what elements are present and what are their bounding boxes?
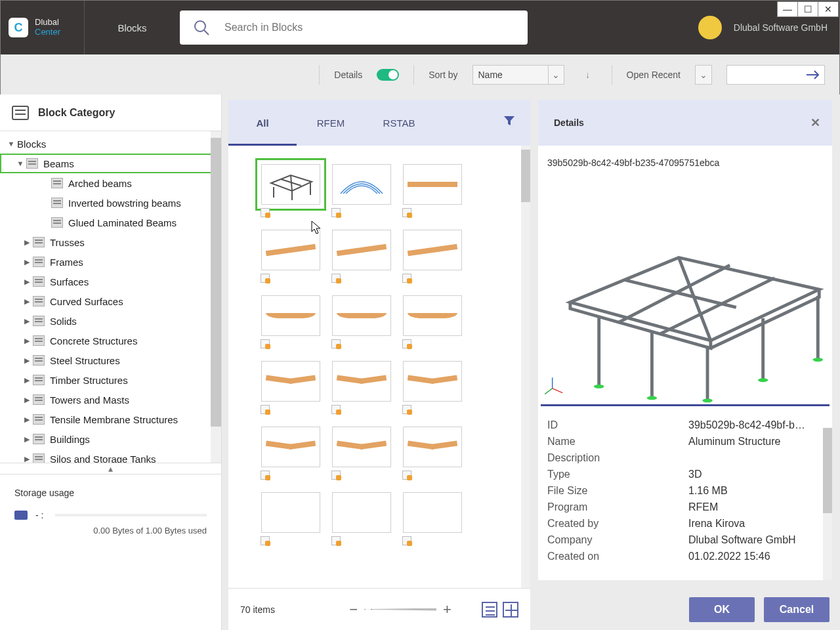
program-badge-icon [331, 208, 341, 217]
svg-point-18 [702, 398, 713, 402]
arrow-right-icon [806, 70, 820, 79]
open-recent-dropdown[interactable]: ⌄ [695, 65, 712, 85]
company-label: Dlubal Software GmbH [734, 22, 828, 33]
tree-item[interactable]: ▶Trusses [0, 232, 221, 252]
brand-sub: Center [35, 28, 60, 37]
program-badge-icon [402, 339, 411, 348]
gallery-card[interactable] [332, 164, 391, 205]
gallery-card[interactable] [403, 492, 462, 533]
gallery-card[interactable] [332, 492, 391, 533]
program-badge-icon [261, 405, 270, 414]
view-grid[interactable] [503, 602, 518, 618]
gallery-card[interactable] [403, 361, 462, 402]
gallery-card[interactable] [332, 427, 391, 467]
program-badge-icon [402, 274, 411, 283]
svg-point-17 [647, 396, 658, 400]
nav-blocks[interactable]: Blocks [85, 1, 180, 54]
gallery-card[interactable] [403, 230, 462, 270]
storage-dash: - : [35, 510, 43, 520]
zoom-in[interactable]: + [443, 601, 452, 618]
cancel-button[interactable]: Cancel [764, 597, 830, 622]
svg-point-0 [195, 21, 205, 32]
tree-item[interactable]: Arched beams [0, 173, 221, 193]
detail-row: File Size1.16 MB [547, 482, 823, 499]
brand: Dlubal [35, 18, 60, 28]
tree-item[interactable]: ▶Silos and Storage Tanks [0, 449, 221, 463]
disk-icon [14, 511, 28, 520]
collapse-handle[interactable]: ▴ [0, 463, 221, 474]
detail-row: NameAluminum Structure [547, 433, 823, 450]
tab-rstab[interactable]: RSTAB [365, 117, 433, 129]
program-badge-icon [402, 471, 411, 480]
gallery-card[interactable] [403, 295, 462, 336]
zoom-out[interactable]: − [349, 601, 358, 618]
tree-item[interactable]: ▶Curved Surfaces [0, 291, 221, 311]
program-badge-icon [402, 405, 411, 414]
filter-icon[interactable] [503, 114, 516, 129]
program-badge-icon [331, 536, 341, 545]
category-icon [12, 106, 29, 120]
gallery-card[interactable] [332, 361, 391, 402]
details-header: Details ✕ [538, 100, 832, 146]
tree-item[interactable]: ▶Frames [0, 252, 221, 272]
window-maximize[interactable]: ☐ [797, 1, 818, 17]
gallery-card[interactable] [261, 427, 320, 467]
gallery-scrollbar[interactable] [521, 146, 530, 588]
tree-item[interactable]: ▶Surfaces [0, 272, 221, 291]
chevron-down-icon: ⌄ [696, 66, 711, 84]
tree-item[interactable]: Glued Laminated Beams [0, 213, 221, 232]
gallery-card[interactable] [261, 164, 320, 205]
search-input[interactable] [224, 22, 514, 33]
search-box[interactable] [180, 10, 528, 45]
tree-item[interactable]: ▶Tensile Membrane Structures [0, 410, 221, 429]
sort-direction[interactable]: ↓ [579, 65, 597, 85]
open-recent-label: Open Recent [627, 70, 681, 80]
program-badge-icon [261, 274, 270, 283]
app-logo: C Dlubal Center [1, 1, 85, 54]
open-recent-go[interactable] [726, 65, 825, 85]
tree-item[interactable]: Inverted bowstring beams [0, 193, 221, 213]
gallery-card[interactable] [403, 164, 462, 205]
sort-value: Name [478, 70, 503, 80]
tab-all[interactable]: All [228, 117, 297, 129]
detail-row: Created byIrena Kirova [547, 515, 823, 532]
sortby-label: Sort by [429, 70, 457, 80]
gallery-card[interactable] [261, 295, 320, 336]
view-list[interactable] [482, 602, 497, 618]
tree-item[interactable]: ▼Beams [0, 154, 221, 173]
svg-line-23 [545, 388, 553, 394]
sort-combo[interactable]: Name ⌄ [472, 65, 564, 85]
gallery-card[interactable] [261, 361, 320, 402]
gallery-card[interactable] [332, 230, 391, 270]
close-icon[interactable]: ✕ [810, 116, 820, 130]
tree-item[interactable]: ▼Blocks [0, 134, 221, 154]
tree-item[interactable]: ▶Solids [0, 311, 221, 331]
tree-item[interactable]: ▶Concrete Structures [0, 331, 221, 350]
category-title: Block Category [38, 107, 115, 119]
ok-button[interactable]: OK [689, 597, 755, 622]
details-scrollbar[interactable] [823, 428, 832, 580]
gallery-card[interactable] [332, 295, 391, 336]
program-badge-icon [402, 536, 411, 545]
details-uuid: 39b5029b-8c42-49bf-b235-47095751ebca [538, 146, 832, 168]
tree-item[interactable]: ▶Steel Structures [0, 350, 221, 370]
gallery-card[interactable] [261, 230, 320, 270]
zoom-slider[interactable] [364, 608, 436, 611]
window-minimize[interactable]: — [777, 1, 798, 17]
gallery-card[interactable] [403, 427, 462, 467]
tree-item[interactable]: ▶Buildings [0, 429, 221, 449]
tab-rfem[interactable]: RFEM [297, 117, 365, 129]
tree-item[interactable]: ▶Towers and Masts [0, 390, 221, 410]
window-close[interactable]: ✕ [818, 1, 839, 17]
chevron-down-icon: ⌄ [548, 66, 564, 84]
svg-line-1 [204, 30, 209, 35]
logo-icon: C [9, 18, 28, 37]
sidebar-scrollbar[interactable] [211, 131, 221, 463]
search-icon [193, 19, 210, 36]
details-toggle[interactable] [377, 69, 399, 81]
details-label: Details [334, 70, 362, 80]
tree-item[interactable]: ▶Timber Structures [0, 370, 221, 390]
avatar [698, 16, 722, 39]
details-preview [538, 168, 832, 404]
gallery-card[interactable] [261, 492, 320, 533]
